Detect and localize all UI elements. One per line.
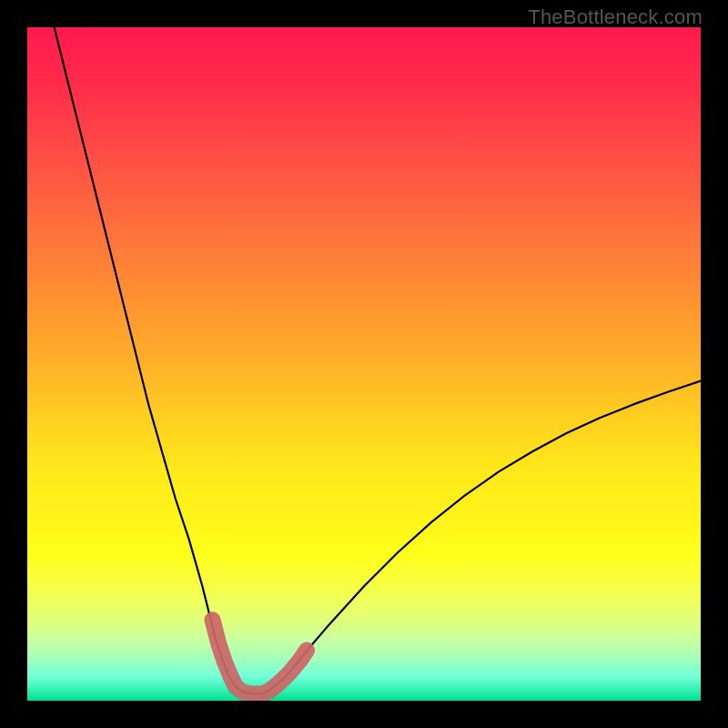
attribution-watermark: TheBottleneck.com xyxy=(528,5,703,29)
plot-area xyxy=(27,27,701,701)
bottleneck-curve xyxy=(55,27,701,694)
highlight-segment xyxy=(213,620,308,693)
chart-frame: TheBottleneck.com xyxy=(0,0,728,728)
curve-layer xyxy=(27,27,701,701)
